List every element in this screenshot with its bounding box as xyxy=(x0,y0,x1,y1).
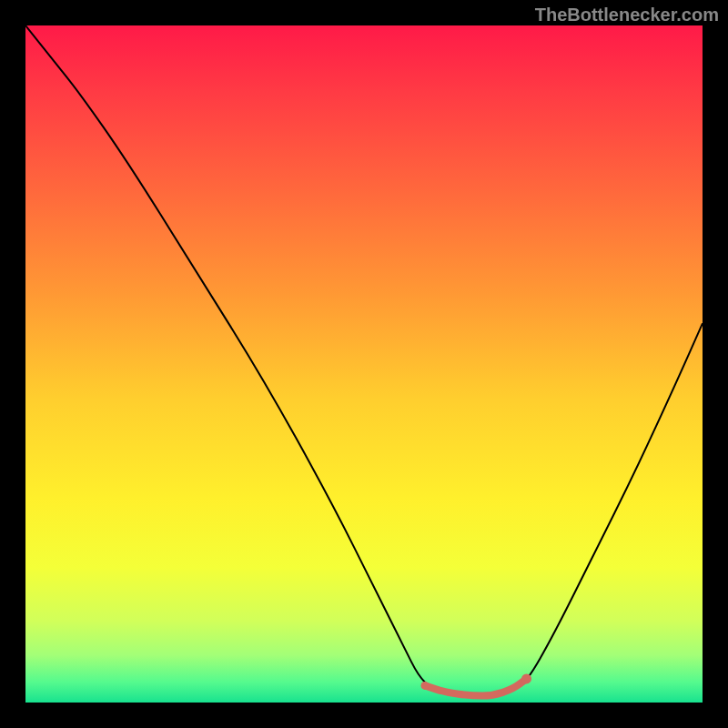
highlight-end xyxy=(521,673,531,683)
chart-container: TheBottlenecker.com xyxy=(0,0,728,728)
chart-area xyxy=(25,25,703,703)
chart-svg xyxy=(25,25,703,703)
highlight-start xyxy=(420,682,429,690)
gradient-background xyxy=(25,25,703,703)
watermark-text: TheBottlenecker.com xyxy=(535,5,719,25)
